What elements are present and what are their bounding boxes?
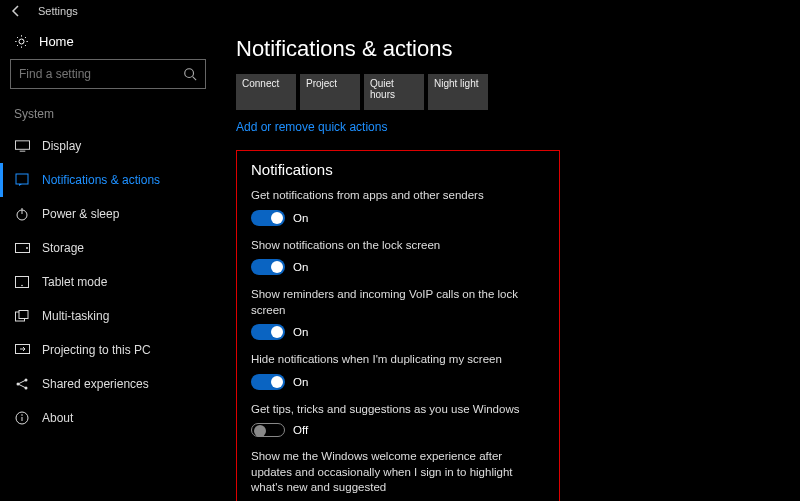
- tablet-icon: [14, 276, 30, 288]
- power-icon: [14, 207, 30, 221]
- sidebar-item-label: Multi-tasking: [42, 309, 109, 323]
- sidebar-group-label: System: [0, 103, 216, 129]
- sidebar-item-label: Notifications & actions: [42, 173, 160, 187]
- back-icon[interactable]: [8, 5, 26, 17]
- svg-point-16: [25, 387, 28, 390]
- sidebar-item-shared[interactable]: Shared experiences: [0, 367, 216, 401]
- sidebar-item-display[interactable]: Display: [0, 129, 216, 163]
- sidebar: Home System Display Notifications & acti…: [0, 22, 216, 501]
- sidebar-item-about[interactable]: About: [0, 401, 216, 435]
- multitask-icon: [14, 310, 30, 322]
- setting-reminders-voip: Show reminders and incoming VoIP calls o…: [251, 287, 545, 340]
- project-icon: [14, 344, 30, 356]
- search-icon: [183, 67, 197, 81]
- sidebar-item-storage[interactable]: Storage: [0, 231, 216, 265]
- notifications-section: Notifications Get notifications from app…: [236, 150, 560, 501]
- sidebar-item-label: Tablet mode: [42, 275, 107, 289]
- sidebar-item-label: Storage: [42, 241, 84, 255]
- sidebar-item-label: Shared experiences: [42, 377, 149, 391]
- sidebar-item-label: Power & sleep: [42, 207, 119, 221]
- window-titlebar: Settings: [0, 0, 800, 22]
- toggle-switch[interactable]: [251, 259, 285, 275]
- monitor-icon: [14, 140, 30, 152]
- setting-welcome-experience: Show me the Windows welcome experience a…: [251, 449, 545, 501]
- svg-rect-4: [16, 174, 28, 184]
- window-title: Settings: [38, 5, 78, 17]
- setting-label: Hide notifications when I'm duplicating …: [251, 352, 545, 368]
- quick-action-project[interactable]: Project: [300, 74, 360, 110]
- sidebar-item-tablet[interactable]: Tablet mode: [0, 265, 216, 299]
- toggle-switch[interactable]: [251, 324, 285, 340]
- toggle-switch[interactable]: [251, 374, 285, 390]
- shared-icon: [14, 377, 30, 391]
- sidebar-item-label: Display: [42, 139, 81, 153]
- setting-label: Show reminders and incoming VoIP calls o…: [251, 287, 545, 318]
- svg-point-15: [25, 379, 28, 382]
- svg-point-0: [185, 69, 194, 78]
- sidebar-home[interactable]: Home: [0, 28, 216, 59]
- gear-icon: [14, 34, 29, 49]
- sidebar-home-label: Home: [39, 34, 74, 49]
- sidebar-item-label: About: [42, 411, 73, 425]
- sidebar-item-multitasking[interactable]: Multi-tasking: [0, 299, 216, 333]
- toggle-state: On: [293, 261, 308, 273]
- sidebar-item-notifications[interactable]: Notifications & actions: [0, 163, 216, 197]
- sidebar-item-projecting[interactable]: Projecting to this PC: [0, 333, 216, 367]
- page-title: Notifications & actions: [236, 36, 780, 62]
- quick-actions-row: Connect Project Quiet hours Night light: [236, 74, 780, 110]
- quick-action-quiet-hours[interactable]: Quiet hours: [364, 74, 424, 110]
- toggle-switch[interactable]: [251, 210, 285, 226]
- setting-label: Show me the Windows welcome experience a…: [251, 449, 545, 496]
- setting-lock-screen: Show notifications on the lock screen On: [251, 238, 545, 276]
- setting-tips: Get tips, tricks and suggestions as you …: [251, 402, 545, 438]
- quick-action-connect[interactable]: Connect: [236, 74, 296, 110]
- toggle-state: On: [293, 326, 308, 338]
- svg-rect-2: [15, 141, 29, 149]
- quick-actions-link[interactable]: Add or remove quick actions: [236, 120, 387, 134]
- notifications-icon: [14, 173, 30, 187]
- storage-icon: [14, 243, 30, 253]
- info-icon: [14, 411, 30, 425]
- toggle-state: Off: [293, 424, 308, 436]
- svg-rect-12: [19, 311, 28, 319]
- svg-point-10: [21, 285, 23, 287]
- svg-point-14: [17, 383, 20, 386]
- toggle-state: On: [293, 376, 308, 388]
- search-field[interactable]: [19, 67, 179, 81]
- svg-line-1: [193, 77, 197, 81]
- sidebar-item-label: Projecting to this PC: [42, 343, 151, 357]
- search-input[interactable]: [10, 59, 206, 89]
- svg-point-8: [26, 247, 28, 249]
- toggle-state: On: [293, 212, 308, 224]
- sidebar-item-power[interactable]: Power & sleep: [0, 197, 216, 231]
- setting-label: Get notifications from apps and other se…: [251, 188, 545, 204]
- setting-label: Get tips, tricks and suggestions as you …: [251, 402, 545, 418]
- section-title: Notifications: [251, 161, 545, 178]
- setting-duplicating: Hide notifications when I'm duplicating …: [251, 352, 545, 390]
- setting-label: Show notifications on the lock screen: [251, 238, 545, 254]
- setting-get-notifications: Get notifications from apps and other se…: [251, 188, 545, 226]
- quick-action-night-light[interactable]: Night light: [428, 74, 488, 110]
- svg-point-19: [21, 414, 23, 416]
- toggle-switch[interactable]: [251, 423, 285, 437]
- content-pane: Notifications & actions Connect Project …: [216, 22, 800, 501]
